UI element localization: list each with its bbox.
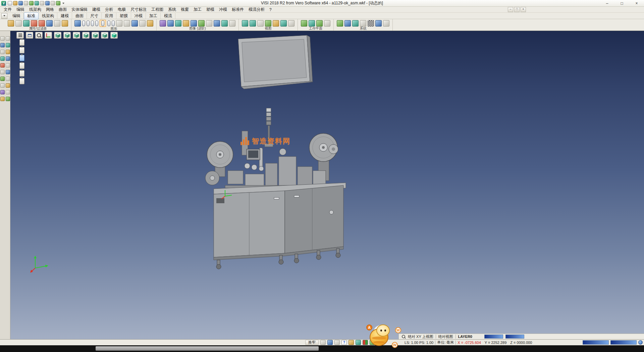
eraser-icon[interactable] xyxy=(39,20,45,27)
rotate-view-icon[interactable] xyxy=(265,20,271,27)
tab-modeling[interactable]: 建模 xyxy=(57,12,72,19)
view-axis-button[interactable] xyxy=(45,32,52,39)
menu-moldflow[interactable]: 模流分析 xyxy=(246,7,267,12)
menu-window[interactable]: 视窗 xyxy=(178,7,191,12)
lock-button[interactable]: 拴牢 xyxy=(305,340,319,345)
print-icon[interactable] xyxy=(24,1,28,5)
monitor-icon[interactable] xyxy=(344,20,351,27)
view-cube-left-button[interactable] xyxy=(92,32,99,39)
plane-icon[interactable] xyxy=(383,20,389,27)
light-icon[interactable] xyxy=(183,20,189,27)
system-color-icon[interactable] xyxy=(337,20,343,27)
view-cube-right-button[interactable] xyxy=(101,32,108,39)
notes-icon[interactable] xyxy=(6,90,10,94)
clipboard-icon[interactable] xyxy=(19,39,24,46)
menu-die[interactable]: 冲模 xyxy=(217,7,229,12)
info-entity-icon[interactable] xyxy=(6,77,10,81)
settings-icon[interactable] xyxy=(56,1,60,5)
texture-icon[interactable] xyxy=(175,20,181,27)
redraw-icon[interactable] xyxy=(0,83,5,88)
zoom-window-icon[interactable] xyxy=(250,20,256,27)
attribute-icon[interactable] xyxy=(62,20,68,27)
blank-icon[interactable] xyxy=(6,63,10,68)
workplane-3pt-icon[interactable] xyxy=(316,20,323,27)
bookmark-icon[interactable] xyxy=(0,97,5,101)
explode-icon[interactable] xyxy=(6,70,10,74)
previous-view-icon[interactable] xyxy=(273,20,279,27)
open-file-icon[interactable] xyxy=(13,1,17,5)
solid-icon[interactable] xyxy=(124,20,130,27)
workplane-icon[interactable] xyxy=(301,20,307,27)
regen-icon[interactable] xyxy=(6,83,10,88)
tabbar-dropdown-button[interactable] xyxy=(1,13,7,19)
pencil-icon[interactable] xyxy=(8,20,14,27)
printer-status-icon[interactable] xyxy=(334,340,340,345)
absolute-view[interactable]: 绝对视图 xyxy=(438,334,453,339)
move-icon[interactable] xyxy=(0,50,5,54)
verify-icon[interactable] xyxy=(0,77,5,81)
delete-entity-icon[interactable] xyxy=(0,63,5,68)
save-icon[interactable] xyxy=(18,1,23,5)
new-file-icon[interactable] xyxy=(8,1,12,5)
menu-mesh[interactable]: 网格 xyxy=(44,7,56,12)
offset-icon[interactable] xyxy=(6,56,10,61)
arc-tool-icon[interactable] xyxy=(87,20,90,26)
snap-point-icon[interactable] xyxy=(6,43,10,47)
menu-machining[interactable]: 加工 xyxy=(191,7,204,12)
scissors-icon[interactable] xyxy=(31,20,37,27)
menu-system[interactable]: 系统 xyxy=(166,7,178,12)
selected-tool-highlight[interactable] xyxy=(100,20,106,27)
tab-moldflow[interactable]: 模流 xyxy=(161,12,175,19)
doc-close-button[interactable]: × xyxy=(521,7,526,12)
clipboard-active-icon[interactable] xyxy=(19,55,24,61)
close-button[interactable]: × xyxy=(629,0,644,6)
wireframe-view-icon[interactable] xyxy=(214,20,220,27)
menu-analysis[interactable]: 分析 xyxy=(103,7,115,12)
info-icon[interactable] xyxy=(348,340,354,345)
circle-tool-icon[interactable] xyxy=(91,20,94,26)
save-view-icon[interactable] xyxy=(6,97,10,101)
snap-icon[interactable] xyxy=(360,20,366,27)
menu-file[interactable]: 文件 xyxy=(1,7,14,12)
point-icon[interactable] xyxy=(74,20,81,27)
layer-filter-icon[interactable] xyxy=(54,20,60,27)
quick-access-dropdown-icon[interactable] xyxy=(62,3,64,4)
text-icon[interactable] xyxy=(139,20,146,27)
undo-icon[interactable] xyxy=(45,1,50,5)
workplane-align-icon[interactable] xyxy=(309,20,315,27)
polyline-tool-icon[interactable] xyxy=(95,20,98,26)
surface-icon[interactable] xyxy=(116,20,122,27)
history-icon[interactable] xyxy=(0,90,5,94)
view-zoom-button[interactable] xyxy=(35,32,43,39)
menu-wireframe[interactable]: 线架构 xyxy=(27,7,44,12)
menu-drawing[interactable]: 工程图 xyxy=(149,7,166,12)
material-icon[interactable] xyxy=(191,20,197,27)
tab-die[interactable]: 冲模 xyxy=(131,12,146,19)
dynamic-view-icon[interactable] xyxy=(280,20,287,27)
trim-icon[interactable] xyxy=(6,36,10,41)
named-view-icon[interactable] xyxy=(288,20,294,27)
tab-surface[interactable]: 曲面 xyxy=(72,12,87,19)
clipboard-icon[interactable] xyxy=(19,62,24,69)
tab-dimension[interactable]: 尺寸 xyxy=(87,12,102,19)
view-menu-button[interactable] xyxy=(16,32,24,39)
hidden-line-icon[interactable] xyxy=(221,20,228,27)
menu-standard-parts[interactable]: 标准件 xyxy=(229,7,246,12)
clipboard-icon[interactable] xyxy=(19,47,24,53)
tab-edit[interactable]: 编辑 xyxy=(9,12,24,19)
view-cube-iso-button[interactable] xyxy=(110,32,118,39)
grid-icon[interactable] xyxy=(352,20,359,27)
pattern-icon[interactable] xyxy=(368,20,374,27)
compass-icon[interactable] xyxy=(356,340,361,345)
snapshot-icon[interactable] xyxy=(320,340,326,345)
menu-mold[interactable]: 塑模 xyxy=(204,7,217,12)
clipboard-icon[interactable] xyxy=(19,70,24,77)
menu-electrode[interactable]: 电极 xyxy=(115,7,128,12)
units-readout[interactable]: 单位: 毫米 xyxy=(437,340,454,345)
link-icon[interactable] xyxy=(23,20,30,27)
capture-icon[interactable] xyxy=(35,1,39,5)
transparency-icon[interactable] xyxy=(206,20,212,27)
doc-minimize-button[interactable]: – xyxy=(508,7,513,12)
tab-application[interactable]: 应用 xyxy=(102,12,116,19)
hatch-icon[interactable] xyxy=(147,20,153,27)
